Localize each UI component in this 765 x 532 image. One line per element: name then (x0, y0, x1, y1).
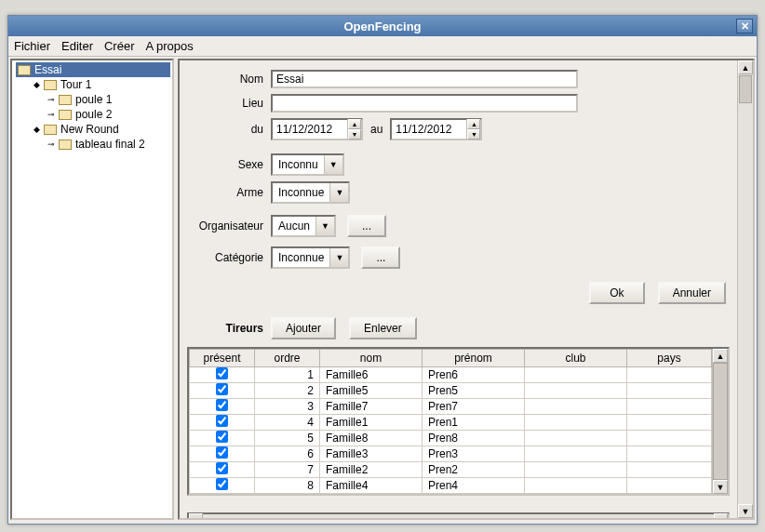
tree-tour1[interactable]: ◆ Tour 1 (31, 77, 170, 92)
cell-club[interactable] (525, 446, 627, 462)
cell-club[interactable] (525, 478, 627, 494)
scroll-up-icon[interactable]: ▲ (713, 349, 728, 363)
cell-prenom[interactable]: Pren3 (423, 446, 525, 462)
collapse-icon[interactable]: ◆ (33, 125, 40, 134)
chevron-down-icon[interactable]: ▼ (324, 155, 342, 174)
scroll-right-icon[interactable]: ▶ (714, 513, 728, 518)
table-row[interactable]: 8Famille4Pren4 (190, 478, 712, 494)
present-checkbox[interactable] (216, 415, 228, 427)
cell-pays[interactable] (627, 367, 712, 383)
cell-present[interactable] (190, 415, 255, 431)
cell-present[interactable] (190, 383, 255, 399)
cell-pays[interactable] (627, 383, 712, 399)
scroll-track[interactable] (738, 104, 753, 504)
cell-club[interactable] (525, 383, 627, 399)
th-club[interactable]: club (525, 350, 627, 367)
cell-club[interactable] (525, 415, 627, 431)
cell-present[interactable] (190, 431, 255, 446)
cell-present[interactable] (190, 399, 255, 415)
cell-nom[interactable]: Famille8 (320, 431, 423, 446)
cell-ordre[interactable]: 4 (255, 415, 320, 431)
cell-ordre[interactable]: 3 (255, 399, 320, 415)
th-ordre[interactable]: ordre (255, 350, 320, 367)
chevron-down-icon[interactable]: ▼ (329, 183, 348, 202)
th-prenom[interactable]: prénom (423, 350, 525, 367)
collapse-icon[interactable]: ◆ (33, 80, 40, 89)
cell-nom[interactable]: Famille7 (320, 399, 423, 415)
scroll-thumb[interactable] (739, 75, 752, 103)
th-nom[interactable]: nom (320, 350, 423, 367)
cell-nom[interactable]: Famille3 (320, 446, 423, 462)
org-more-button[interactable]: ... (347, 215, 386, 237)
present-checkbox[interactable] (216, 446, 228, 459)
cell-club[interactable] (525, 399, 627, 415)
cell-club[interactable] (525, 431, 627, 446)
cat-more-button[interactable]: ... (361, 246, 400, 269)
tree-newround[interactable]: ◆ New Round (31, 122, 170, 137)
date-from-input[interactable]: ▲▼ (271, 118, 363, 140)
cell-present[interactable] (190, 446, 255, 462)
tree-panel[interactable]: Essai ◆ Tour 1 ⊸ (10, 59, 174, 520)
cell-prenom[interactable]: Pren1 (423, 415, 525, 431)
nom-input[interactable] (271, 70, 578, 88)
tireurs-table[interactable]: présent ordre nom prénom club pays 1Fami… (189, 349, 712, 494)
chevron-down-icon[interactable]: ▼ (315, 217, 334, 235)
remove-button[interactable]: Enlever (349, 317, 417, 339)
cell-present[interactable] (190, 478, 255, 494)
titlebar[interactable]: OpenFencing ✕ (8, 16, 757, 36)
table-row[interactable]: 6Famille3Pren3 (190, 446, 712, 462)
cell-present[interactable] (190, 462, 255, 478)
cell-ordre[interactable]: 1 (255, 367, 320, 383)
panel-hscroll[interactable]: ◀ ▶ (187, 512, 730, 518)
menu-about[interactable]: A propos (146, 39, 194, 53)
cell-nom[interactable]: Famille6 (320, 367, 423, 383)
cell-prenom[interactable]: Pren5 (423, 383, 525, 399)
tree-tableau[interactable]: ⊸ tableau final 2 (46, 137, 170, 152)
cell-pays[interactable] (627, 431, 712, 446)
date-to-input[interactable]: ▲▼ (390, 118, 482, 140)
cell-prenom[interactable]: Pren6 (423, 367, 525, 383)
table-row[interactable]: 1Famille6Pren6 (190, 367, 712, 383)
menu-create[interactable]: Créer (104, 39, 135, 53)
cell-ordre[interactable]: 5 (255, 431, 320, 446)
present-checkbox[interactable] (216, 383, 228, 395)
collapse-icon[interactable]: ⊸ (47, 95, 55, 104)
cell-club[interactable] (525, 367, 627, 383)
table-row[interactable]: 2Famille5Pren5 (190, 383, 712, 399)
date-from-field[interactable] (273, 123, 347, 136)
scroll-left-icon[interactable]: ◀ (189, 513, 203, 518)
date-spinner[interactable]: ▲▼ (466, 119, 480, 140)
chevron-down-icon[interactable]: ▼ (329, 248, 348, 267)
cell-pays[interactable] (627, 415, 712, 431)
tree-root[interactable]: Essai (16, 62, 170, 77)
cell-prenom[interactable]: Pren4 (423, 478, 525, 494)
cell-present[interactable] (190, 367, 255, 383)
present-checkbox[interactable] (216, 431, 228, 443)
table-row[interactable]: 7Famille2Pren2 (190, 462, 712, 478)
cell-nom[interactable]: Famille4 (320, 478, 423, 494)
collapse-icon[interactable]: ⊸ (47, 140, 55, 149)
cell-nom[interactable]: Famille1 (320, 415, 423, 431)
cell-pays[interactable] (627, 462, 712, 478)
sexe-combo[interactable]: Inconnu ▼ (271, 153, 344, 176)
cat-combo[interactable]: Inconnue ▼ (271, 246, 350, 269)
menu-file[interactable]: Fichier (14, 39, 50, 53)
scroll-thumb[interactable] (713, 363, 728, 480)
th-pays[interactable]: pays (627, 350, 712, 367)
cell-club[interactable] (525, 462, 627, 478)
collapse-icon[interactable]: ⊸ (47, 110, 55, 119)
tree-poule2[interactable]: ⊸ poule 2 (46, 107, 170, 122)
present-checkbox[interactable] (216, 399, 228, 411)
cell-ordre[interactable]: 8 (255, 478, 320, 494)
th-present[interactable]: présent (190, 350, 255, 367)
cell-pays[interactable] (627, 446, 712, 462)
cell-prenom[interactable]: Pren2 (423, 462, 525, 478)
cancel-button[interactable]: Annuler (658, 282, 726, 304)
date-spinner[interactable]: ▲▼ (347, 119, 361, 140)
cell-prenom[interactable]: Pren8 (423, 431, 525, 446)
cell-nom[interactable]: Famille5 (320, 383, 423, 399)
cell-nom[interactable]: Famille2 (320, 462, 423, 478)
present-checkbox[interactable] (216, 478, 228, 490)
table-vscroll[interactable]: ▲ ▼ (712, 349, 728, 494)
panel-vscroll[interactable]: ▲ ▼ (737, 60, 753, 518)
